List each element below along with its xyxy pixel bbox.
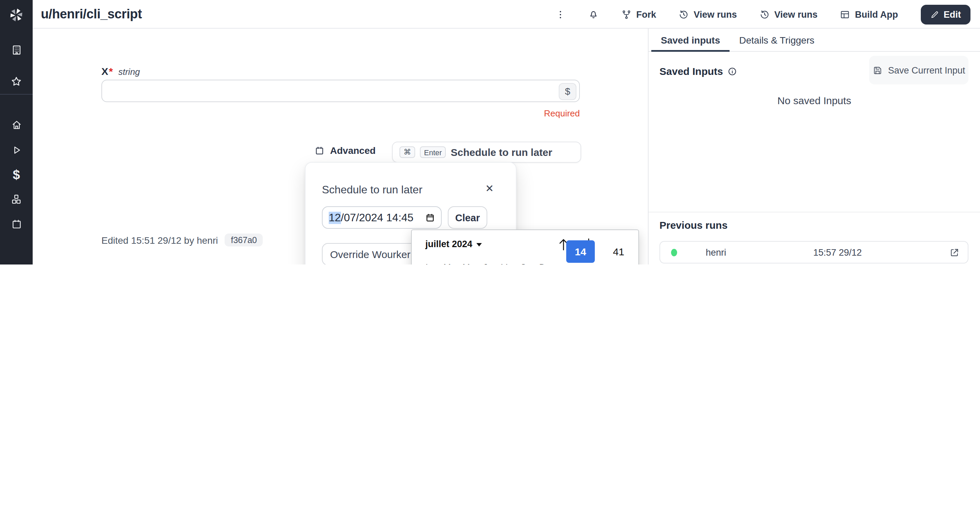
month-selector[interactable]: juillet 2024 xyxy=(425,239,482,249)
day-of-week-headers: LMMJVSD xyxy=(418,262,552,264)
close-icon[interactable]: ✕ xyxy=(485,182,494,195)
panel-tabs: Saved inputs Details & Triggers xyxy=(649,29,980,52)
required-error-text: Required xyxy=(102,108,580,118)
day-of-week-label: M xyxy=(443,262,451,264)
datetime-selected-segment[interactable]: 12 xyxy=(329,211,341,224)
favorites-star-icon[interactable] xyxy=(0,73,33,90)
home-icon[interactable] xyxy=(0,116,33,133)
resources-cubes-icon[interactable] xyxy=(0,191,33,208)
string-input[interactable]: $ xyxy=(102,80,580,102)
advanced-toggle[interactable]: Advanced xyxy=(314,145,375,156)
fork-button[interactable]: Fork xyxy=(621,9,656,19)
day-of-week-label: D xyxy=(539,262,546,264)
run-timestamp: 15:57 29/12 xyxy=(813,247,862,257)
run-user: henri xyxy=(706,247,726,257)
version-hash-badge[interactable]: f367a0 xyxy=(225,234,263,247)
day-of-week-label: M xyxy=(463,262,470,264)
modal-title: Schedule to run later xyxy=(322,184,422,196)
clear-button[interactable]: Clear xyxy=(448,206,487,229)
windmill-logo-icon[interactable] xyxy=(0,5,33,25)
edited-info: Edited 15:51 29/12 by henri f367a0 xyxy=(102,234,263,247)
info-icon[interactable] xyxy=(728,66,737,76)
edit-button[interactable]: Edit xyxy=(920,5,970,24)
required-asterisk: * xyxy=(109,65,113,77)
success-status-dot xyxy=(671,249,677,256)
chevron-down-icon xyxy=(476,243,482,246)
field-type-label: string xyxy=(118,67,140,77)
history-clock-icon xyxy=(759,9,769,19)
datetime-input[interactable]: 12/07/2024 14:45 xyxy=(322,206,442,229)
day-of-week-label: J xyxy=(483,262,488,264)
app-window: $ xyxy=(0,0,980,264)
save-current-input-button[interactable]: Save Current Input xyxy=(869,56,969,84)
variable-picker-button[interactable]: $ xyxy=(559,83,576,100)
left-sidebar: $ xyxy=(0,0,33,264)
day-of-week-label: L xyxy=(426,262,430,264)
datetime-picker-popup: juillet 2024 LMMJVSD 1234567891011121314… xyxy=(411,229,639,264)
day-of-week-label: V xyxy=(501,262,507,264)
app-grid-icon xyxy=(840,9,850,19)
view-runs-button[interactable]: View runs xyxy=(679,9,737,19)
sidebar-divider xyxy=(0,94,33,95)
right-panel: Saved inputs Details & Triggers Saved In… xyxy=(648,29,980,264)
schedule-to-run-later-button[interactable]: ⌘ Enter Schedule to run later xyxy=(392,142,581,163)
fork-icon xyxy=(621,9,632,19)
workspace-icon[interactable] xyxy=(0,41,33,58)
no-saved-inputs-text: No saved Inputs xyxy=(649,95,980,106)
tab-saved-inputs[interactable]: Saved inputs xyxy=(651,28,730,51)
previous-run-row[interactable]: henri15:57 29/12 xyxy=(659,241,969,263)
top-bar: u/henri/cli_script Fork xyxy=(33,0,980,29)
hour-list: 14151617181920 xyxy=(566,240,595,264)
minute-list: 41424344454647 xyxy=(605,240,633,264)
kebab-menu-icon[interactable] xyxy=(555,9,566,19)
history-clock-icon xyxy=(679,9,689,19)
field-label: X* string xyxy=(102,65,140,77)
notifications-bell-icon[interactable] xyxy=(588,9,599,20)
enter-key-badge: Enter xyxy=(420,147,446,158)
schedules-calendar-icon[interactable] xyxy=(0,216,33,232)
datetime-calendar-icon[interactable] xyxy=(425,213,435,222)
page-title: u/henri/cli_script xyxy=(41,0,142,29)
calendar-icon xyxy=(314,145,325,156)
runs-play-icon[interactable] xyxy=(0,142,33,158)
cmd-key-badge: ⌘ xyxy=(399,147,415,158)
minute-option[interactable]: 41 xyxy=(605,240,633,263)
external-link-icon[interactable] xyxy=(950,247,959,257)
previous-runs-heading: Previous runs xyxy=(659,219,727,231)
section-divider xyxy=(649,212,980,212)
tab-details-triggers[interactable]: Details & Triggers xyxy=(730,28,824,51)
view-runs-button-2[interactable]: View runs xyxy=(759,9,817,19)
saved-inputs-heading: Saved Inputs xyxy=(659,65,737,77)
pencil-icon xyxy=(930,10,939,19)
build-app-button[interactable]: Build App xyxy=(840,9,898,19)
hour-option[interactable]: 14 xyxy=(566,240,595,263)
floppy-save-icon xyxy=(872,65,883,75)
day-of-week-label: S xyxy=(520,262,526,264)
variables-dollar-icon[interactable]: $ xyxy=(0,167,33,183)
top-bar-actions: Fork View runs View runs xyxy=(555,0,970,29)
